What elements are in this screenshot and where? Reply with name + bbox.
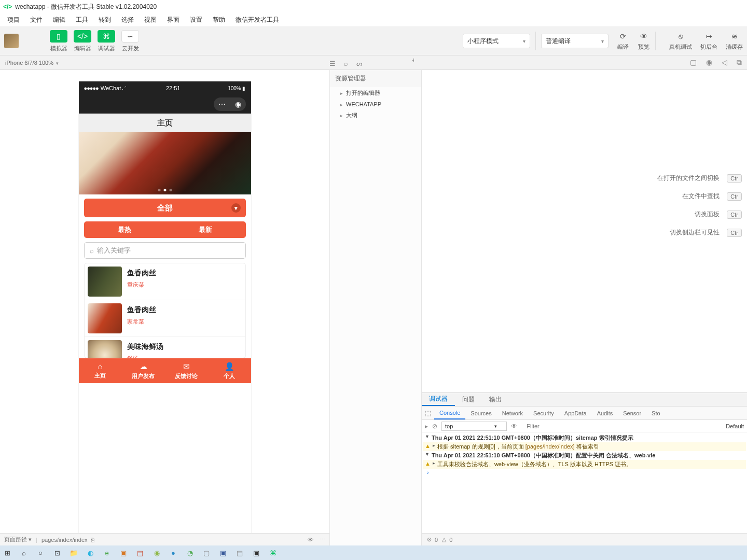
banner-image[interactable] [79, 132, 251, 194]
tab-output[interactable]: 输出 [482, 393, 509, 406]
tree-outline[interactable]: 大纲 [330, 109, 421, 121]
console-prompt[interactable]: › [425, 469, 431, 475]
app-icon[interactable]: ▤ [234, 548, 245, 558]
chevron-down-icon: ▾ [601, 38, 604, 44]
search-input[interactable]: ⌕ 输入关键字 [84, 242, 246, 259]
tab-sources[interactable]: Sources [465, 410, 496, 416]
tree-open-editors[interactable]: 打开的编辑器 [330, 87, 421, 99]
tab-debugger[interactable]: 调试器 [422, 393, 455, 406]
app-icon[interactable]: ◐ [85, 548, 95, 558]
eye-icon[interactable]: 👁 [511, 423, 517, 430]
app-icon[interactable]: ● [168, 548, 178, 558]
scope-select[interactable]: top ▾ [441, 422, 507, 431]
inspect-icon[interactable]: ⬚ [425, 409, 431, 417]
tree-project[interactable]: WECHATAPP [330, 99, 421, 109]
clear-icon[interactable]: ⊘ [432, 423, 437, 430]
device-select[interactable]: iPhone 6/7/8 100% ▾ [5, 60, 59, 66]
compile-mode-select[interactable]: 普通编译▾ [541, 34, 608, 48]
share-icon[interactable]: ◁ [722, 58, 727, 67]
start-icon[interactable]: ⊞ [2, 548, 12, 558]
clear-cache-button[interactable]: ≋ 清缓存 [726, 32, 743, 51]
compile-button[interactable]: ⟳ 编译 [617, 32, 629, 51]
copy-icon[interactable]: ⎘ [91, 537, 94, 543]
menu-goto[interactable]: 转到 [93, 16, 116, 24]
app-icon[interactable]: ◔ [185, 548, 195, 558]
category-button[interactable]: 全部 ▾ [84, 199, 246, 217]
chevron-down-icon: ▾ [56, 61, 59, 66]
play-icon[interactable]: ▸ [425, 423, 428, 430]
menu-select[interactable]: 选择 [116, 16, 139, 24]
windows-taskbar: ⊞ ⌕ ○ ⊡ 📁 ◐ e ▣ ▤ ◉ ● ◔ ▢ ▣ ▤ ▣ ⌘ [0, 545, 747, 560]
cortana-icon[interactable]: ○ [35, 548, 46, 558]
app-icon[interactable]: ▤ [135, 548, 145, 558]
user-avatar[interactable] [4, 34, 19, 48]
tab-problems[interactable]: 问题 [455, 393, 482, 406]
editor-button[interactable]: </> 编辑器 [74, 30, 91, 52]
filter-input[interactable] [527, 423, 723, 429]
tab-sensor[interactable]: Sensor [618, 410, 646, 416]
list-icon[interactable]: ☰ [329, 60, 336, 67]
branch-icon[interactable]: ᔕ [356, 60, 363, 67]
menu-file[interactable]: 文件 [25, 16, 48, 24]
tab-appdata[interactable]: AppData [559, 410, 592, 416]
mode-select[interactable]: 小程序模式▾ [463, 34, 530, 48]
simulator-subbar: iPhone 6/7/8 100% ▾ ▢ ◉ ◁ ⧉ [0, 55, 747, 70]
record-icon[interactable]: ◉ [706, 58, 712, 67]
devtools-secondary-tabs: ⬚ Console Sources Network Security AppDa… [422, 407, 747, 420]
more-icon[interactable]: ⋯ [320, 536, 325, 543]
remote-icon: ⎋ [674, 32, 687, 41]
list-item[interactable]: 鱼香肉丝 家常菜 [85, 300, 245, 337]
list-item[interactable]: 美味海鲜汤 煲汤 [85, 337, 245, 358]
app-icon[interactable]: ▢ [201, 548, 212, 558]
explorer-icon[interactable]: 📁 [68, 548, 79, 558]
debugger-button[interactable]: ⌘ 调试器 [98, 30, 115, 52]
chevron-down-icon: ▾ [231, 203, 241, 213]
sliders-icon[interactable]: ⫞ [411, 56, 415, 64]
capsule-button[interactable]: ⋯ ◉ [214, 97, 246, 111]
menu-interface[interactable]: 界面 [162, 16, 185, 24]
app-icon[interactable]: ▣ [118, 548, 129, 558]
battery-label: 100% ▮ [228, 86, 245, 91]
tab-storage[interactable]: Sto [646, 410, 666, 416]
tab-network[interactable]: Network [497, 410, 528, 416]
app-icon[interactable]: ▣ [251, 548, 261, 558]
search-icon[interactable]: ⌕ [344, 60, 348, 67]
menu-view[interactable]: 视图 [139, 16, 162, 24]
editor-icon-strip: ☰ ⌕ ᔕ [329, 56, 363, 71]
devtools-taskbar-icon[interactable]: ⌘ [268, 548, 278, 558]
sort-hot-tab[interactable]: 最热 [84, 221, 165, 238]
menu-devtools[interactable]: 微信开发者工具 [230, 16, 284, 24]
tab-security[interactable]: Security [528, 410, 559, 416]
more-icon: ⋯ [218, 100, 226, 108]
preview-button[interactable]: 👁 预览 [638, 32, 650, 51]
detach-icon[interactable]: ⧉ [737, 58, 742, 67]
simulator-button[interactable]: ▯ 模拟器 [50, 30, 67, 52]
tab-profile[interactable]: 👤个人 [208, 358, 251, 383]
remote-debug-button[interactable]: ⎋ 真机调试 [669, 32, 692, 51]
tab-feedback[interactable]: ✉反馈讨论 [165, 358, 208, 383]
tab-publish[interactable]: ☁用户发布 [122, 358, 165, 383]
page-dot-active [163, 189, 166, 191]
app-icon[interactable]: ◉ [151, 548, 162, 558]
sort-new-tab[interactable]: 最新 [165, 221, 246, 238]
background-button[interactable]: ↦ 切后台 [700, 32, 717, 51]
visibility-icon[interactable]: 👁 [308, 537, 313, 543]
app-icon[interactable]: e [102, 548, 112, 558]
menu-settings[interactable]: 设置 [185, 16, 208, 24]
search-icon[interactable]: ⌕ [19, 548, 29, 558]
keyboard-hints: 在打开的文件之间切换Ctr 在文件中查找Ctr 切换面板Ctr 切换侧边栏可见性… [422, 174, 747, 246]
rotate-icon[interactable]: ▢ [690, 58, 697, 67]
menu-edit[interactable]: 编辑 [48, 16, 71, 24]
list-item[interactable]: 鱼香肉丝 重庆菜 [85, 263, 245, 300]
path-label: 页面路径 ▾ [4, 536, 32, 543]
app-icon[interactable]: ▣ [218, 548, 228, 558]
menu-project[interactable]: 项目 [2, 16, 25, 24]
tab-home[interactable]: ⌂主页 [79, 358, 122, 383]
cloud-button[interactable]: ∽ 云开发 [121, 30, 139, 52]
level-select[interactable]: Default [726, 423, 744, 429]
tab-audits[interactable]: Audits [592, 410, 618, 416]
menu-tool[interactable]: 工具 [71, 16, 93, 24]
tab-console[interactable]: Console [434, 407, 465, 419]
taskview-icon[interactable]: ⊡ [52, 548, 62, 558]
menu-help[interactable]: 帮助 [208, 16, 230, 24]
